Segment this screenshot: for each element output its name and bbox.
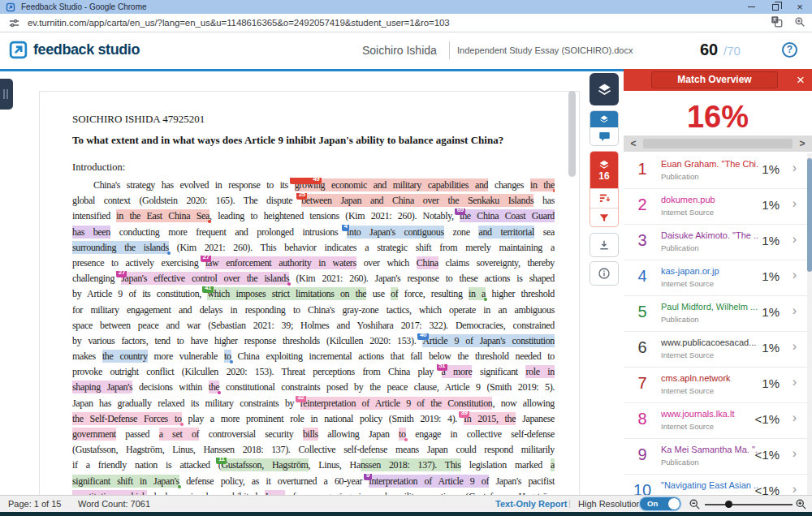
match-overview-title[interactable]: Match Overview <box>651 71 778 88</box>
zoom-in-icon[interactable] <box>795 498 807 510</box>
source-chevron-icon[interactable]: › <box>793 196 797 211</box>
url-text[interactable]: ev.turnitin.com/app/carta/en_us/?lang=en… <box>28 18 450 28</box>
sidebar-drawer-handle[interactable] <box>0 79 13 110</box>
matched-text-highlight[interactable]: a <box>551 458 555 471</box>
download-button[interactable] <box>590 233 619 257</box>
similarity-layer-button[interactable]: 16 <box>590 152 618 188</box>
next-match-button[interactable]: > <box>793 135 812 152</box>
matched-text-highlight[interactable]: the China Coast Guard <box>460 209 555 222</box>
matched-text-highlight[interactable]: the Self-Defense Forces to <box>72 412 182 425</box>
source-item[interactable]: 9Ka Mei Samantha Ma. "...Publication<1%› <box>624 439 807 475</box>
source-chevron-icon[interactable]: › <box>793 339 797 354</box>
source-rank: 7 <box>630 374 654 393</box>
matched-text-highlight[interactable]: China <box>417 256 438 269</box>
source-chevron-icon[interactable]: › <box>793 268 797 282</box>
matched-text-highlight[interactable]: government <box>72 428 116 441</box>
source-chevron-icon[interactable]: › <box>793 232 797 247</box>
source-title[interactable]: "Navigating East Asian ... <box>661 480 758 490</box>
source-title[interactable]: Euan Graham. "The Chi... <box>661 159 758 169</box>
matched-text-highlight[interactable]: which imposes strict limitations on the <box>207 287 366 300</box>
match-navigator: < > <box>624 135 812 152</box>
source-item[interactable]: 7cms.apln.networkInternet Source1%› <box>624 368 807 403</box>
comment-layers-icon[interactable] <box>590 111 618 127</box>
matched-text-highlight[interactable]: interpretation of Article 9 of <box>369 475 489 488</box>
high-resolution-toggle[interactable]: On <box>640 497 680 510</box>
window-title: Feedback Studio - Google Chrome <box>21 2 147 11</box>
high-resolution-label: High Resolution <box>578 499 641 509</box>
matched-text-highlight[interactable]: nssen 2018: 137). This <box>361 458 461 471</box>
source-item[interactable]: 8www.journals.lka.ltInternet Source<1%› <box>624 403 807 439</box>
filter-button[interactable] <box>590 208 618 227</box>
source-chevron-icon[interactable]: › <box>793 446 797 461</box>
matched-text-highlight[interactable]: and territorial <box>478 226 534 239</box>
document-text: (Kim 2021: 260). This behavior indicates… <box>169 242 555 253</box>
document-text: sea <box>534 226 555 238</box>
source-title[interactable]: www.publicacoesacad... <box>661 338 758 347</box>
matched-text-highlight[interactable]: of <box>391 287 398 300</box>
match-breakdown-button[interactable] <box>590 188 618 208</box>
matched-text-highlight[interactable]: in the East China Sea <box>116 209 209 222</box>
source-chevron-icon[interactable]: › <box>793 375 797 389</box>
zoom-slider-handle[interactable] <box>725 501 732 508</box>
matched-text-highlight[interactable]: has been <box>72 226 110 239</box>
grade-score[interactable]: 60 <box>700 41 718 59</box>
panel-close-icon[interactable]: × <box>797 70 805 90</box>
source-item[interactable]: 3Daisuke Akimoto. "The ...Publication1%› <box>624 225 807 260</box>
matched-text-highlight[interactable]: between Japan and China over the Senkaku… <box>301 194 533 207</box>
matched-text-highlight[interactable]: reinterpretation of Article 9 of the Con… <box>300 397 493 410</box>
source-item[interactable]: 1Euan Graham. "The Chi...Publication1%› <box>624 153 807 189</box>
matched-text-highlight[interactable]: Gustafsson, Hagström <box>221 458 308 471</box>
matched-text-highlight[interactable]: bills <box>303 428 318 441</box>
matched-text-highlight[interactable]: role in <box>525 365 555 378</box>
text-only-report-link[interactable]: Text-Only Report <box>495 499 567 509</box>
toggle-knob <box>668 498 680 510</box>
matched-text-highlight[interactable]: into Japan's contiguous <box>347 226 444 239</box>
layers-panel-button[interactable] <box>590 73 619 105</box>
source-chevron-icon[interactable]: › <box>793 303 797 318</box>
matched-text-highlight[interactable]: in the <box>530 178 555 191</box>
matched-text-highlight[interactable]: In 2015, the <box>464 412 516 425</box>
matched-text-highlight[interactable]: surrounding the islands <box>72 241 169 254</box>
match-navigator-track[interactable] <box>643 139 793 148</box>
minimize-button[interactable] <box>739 0 763 14</box>
document-scrollbar-thumb[interactable] <box>568 91 576 177</box>
matched-text-highlight[interactable]: the country <box>102 350 148 363</box>
source-title[interactable]: Daisuke Akimoto. "The ... <box>661 230 758 240</box>
source-chevron-icon[interactable]: › <box>793 161 797 175</box>
info-button[interactable] <box>590 261 619 286</box>
translate-icon[interactable] <box>771 15 783 28</box>
source-item[interactable]: 6www.publicacoesacad...Internet Source1%… <box>624 332 807 368</box>
matched-text-highlight[interactable]: in a <box>469 287 486 300</box>
source-type: Internet Source <box>661 422 714 431</box>
source-item[interactable]: 2dokumen.pubInternet Source1%› <box>624 189 807 225</box>
restore-button[interactable] <box>763 0 788 14</box>
matched-text-highlight[interactable]: Japan's effective control over the islan… <box>121 272 289 285</box>
source-chevron-icon[interactable]: › <box>793 411 797 425</box>
matched-text-highlight[interactable]: shaping Japan's <box>72 381 132 393</box>
matched-text-highlight[interactable]: significant shift in Japan's <box>72 475 179 488</box>
panel-scrollbar-thumb[interactable] <box>807 158 812 272</box>
browser-zoom-icon[interactable] <box>794 16 806 28</box>
source-item[interactable]: 4kas-japan.or.jpInternet Source1%› <box>624 260 807 296</box>
source-title[interactable]: dokumen.pub <box>661 195 758 204</box>
matched-text-highlight[interactable]: law enforcement authority in waters <box>205 256 356 269</box>
source-title[interactable]: www.journals.lka.lt <box>661 409 758 419</box>
matched-text-highlight[interactable]: Article 9 of Japan's constitution <box>422 334 555 347</box>
zoom-slider-track[interactable] <box>705 504 793 505</box>
source-item[interactable]: 5Paul Midford, Wilhelm ...Publication1%› <box>624 296 807 332</box>
source-title[interactable]: Paul Midford, Wilhelm ... <box>661 302 758 312</box>
panel-scrollbar[interactable] <box>807 153 812 495</box>
matched-text-highlight[interactable]: a set of <box>159 428 200 441</box>
site-settings-icon[interactable] <box>8 17 20 29</box>
source-chevron-icon[interactable]: › <box>793 482 797 495</box>
comment-bubble-icon[interactable] <box>590 127 618 146</box>
zoom-out-icon[interactable] <box>689 498 701 510</box>
help-icon[interactable]: ? <box>782 42 797 58</box>
previous-match-button[interactable]: < <box>624 135 643 152</box>
source-title[interactable]: Ka Mei Samantha Ma. "... <box>661 445 758 454</box>
source-item[interactable]: 10"Navigating East Asian ...Publication<… <box>624 475 807 495</box>
matched-text-highlight[interactable]: growing economic and military capabiliti… <box>295 178 488 191</box>
source-title[interactable]: kas-japan.or.jp <box>661 266 758 276</box>
source-title[interactable]: cms.apln.network <box>661 373 758 383</box>
close-button[interactable]: × <box>788 0 812 14</box>
